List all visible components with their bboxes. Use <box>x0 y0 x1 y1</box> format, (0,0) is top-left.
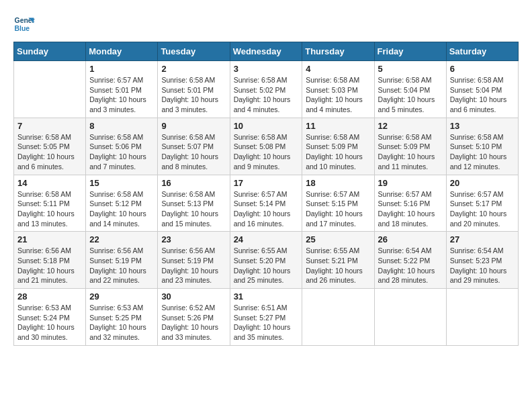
calendar-cell: 9Sunrise: 6:58 AM Sunset: 5:07 PM Daylig… <box>158 118 230 175</box>
day-number: 18 <box>306 178 370 188</box>
day-number: 3 <box>234 64 299 74</box>
calendar-cell: 8Sunrise: 6:58 AM Sunset: 5:06 PM Daylig… <box>86 118 158 175</box>
calendar-cell <box>302 289 374 346</box>
day-number: 28 <box>17 291 82 302</box>
day-info: Sunrise: 6:58 AM Sunset: 5:06 PM Dayligh… <box>89 132 154 172</box>
day-info: Sunrise: 6:58 AM Sunset: 5:05 PM Dayligh… <box>17 132 82 172</box>
calendar-cell: 21Sunrise: 6:56 AM Sunset: 5:18 PM Dayli… <box>14 232 86 289</box>
calendar-cell: 10Sunrise: 6:58 AM Sunset: 5:08 PM Dayli… <box>230 118 302 175</box>
calendar-cell: 13Sunrise: 6:58 AM Sunset: 5:10 PM Dayli… <box>446 118 518 175</box>
day-number: 6 <box>450 64 515 74</box>
day-info: Sunrise: 6:57 AM Sunset: 5:17 PM Dayligh… <box>450 189 515 229</box>
day-number: 19 <box>378 178 443 188</box>
day-info: Sunrise: 6:57 AM Sunset: 5:01 PM Dayligh… <box>89 75 154 115</box>
logo-icon: General Blue <box>13 13 35 35</box>
day-number: 2 <box>161 64 226 74</box>
day-number: 30 <box>161 291 226 302</box>
calendar-cell: 1Sunrise: 6:57 AM Sunset: 5:01 PM Daylig… <box>86 61 158 118</box>
day-number: 9 <box>161 121 226 131</box>
calendar-week-row: 1Sunrise: 6:57 AM Sunset: 5:01 PM Daylig… <box>14 61 519 118</box>
calendar-cell: 18Sunrise: 6:57 AM Sunset: 5:15 PM Dayli… <box>302 175 374 232</box>
calendar-cell: 23Sunrise: 6:56 AM Sunset: 5:19 PM Dayli… <box>158 232 230 289</box>
day-info: Sunrise: 6:58 AM Sunset: 5:04 PM Dayligh… <box>378 75 443 115</box>
calendar-cell <box>446 289 518 346</box>
header: General Blue <box>13 13 519 35</box>
calendar-cell: 26Sunrise: 6:54 AM Sunset: 5:22 PM Dayli… <box>374 232 446 289</box>
day-info: Sunrise: 6:53 AM Sunset: 5:24 PM Dayligh… <box>17 303 82 342</box>
calendar-body: 1Sunrise: 6:57 AM Sunset: 5:01 PM Daylig… <box>14 61 519 346</box>
calendar-cell: 17Sunrise: 6:57 AM Sunset: 5:14 PM Dayli… <box>230 175 302 232</box>
calendar-cell: 16Sunrise: 6:58 AM Sunset: 5:13 PM Dayli… <box>158 175 230 232</box>
day-number: 12 <box>378 121 443 131</box>
day-info: Sunrise: 6:52 AM Sunset: 5:26 PM Dayligh… <box>161 303 226 342</box>
weekday-header-wednesday: Wednesday <box>230 42 302 61</box>
calendar-cell <box>374 289 446 346</box>
calendar-cell: 28Sunrise: 6:53 AM Sunset: 5:24 PM Dayli… <box>14 289 86 346</box>
calendar-week-row: 28Sunrise: 6:53 AM Sunset: 5:24 PM Dayli… <box>14 289 519 346</box>
day-number: 1 <box>89 64 154 74</box>
calendar-cell: 27Sunrise: 6:54 AM Sunset: 5:23 PM Dayli… <box>446 232 518 289</box>
day-number: 7 <box>17 121 82 131</box>
day-info: Sunrise: 6:56 AM Sunset: 5:18 PM Dayligh… <box>17 246 82 285</box>
day-info: Sunrise: 6:53 AM Sunset: 5:25 PM Dayligh… <box>89 303 154 342</box>
calendar-cell: 4Sunrise: 6:58 AM Sunset: 5:03 PM Daylig… <box>302 61 374 118</box>
day-info: Sunrise: 6:58 AM Sunset: 5:04 PM Dayligh… <box>450 75 515 115</box>
calendar-week-row: 14Sunrise: 6:58 AM Sunset: 5:11 PM Dayli… <box>14 175 519 232</box>
day-info: Sunrise: 6:56 AM Sunset: 5:19 PM Dayligh… <box>161 246 226 285</box>
calendar-cell: 11Sunrise: 6:58 AM Sunset: 5:09 PM Dayli… <box>302 118 374 175</box>
day-number: 4 <box>306 64 370 74</box>
svg-text:Blue: Blue <box>15 25 30 32</box>
day-info: Sunrise: 6:58 AM Sunset: 5:12 PM Dayligh… <box>89 189 154 229</box>
day-number: 29 <box>89 291 154 302</box>
day-info: Sunrise: 6:55 AM Sunset: 5:20 PM Dayligh… <box>234 246 299 285</box>
day-info: Sunrise: 6:57 AM Sunset: 5:16 PM Dayligh… <box>378 189 443 229</box>
calendar-cell: 15Sunrise: 6:58 AM Sunset: 5:12 PM Dayli… <box>86 175 158 232</box>
day-number: 26 <box>378 234 443 244</box>
calendar-table: SundayMondayTuesdayWednesdayThursdayFrid… <box>13 42 519 346</box>
day-info: Sunrise: 6:58 AM Sunset: 5:10 PM Dayligh… <box>450 132 515 172</box>
day-number: 31 <box>234 291 299 302</box>
day-number: 17 <box>234 178 299 188</box>
weekday-header-monday: Monday <box>86 42 158 61</box>
day-info: Sunrise: 6:58 AM Sunset: 5:07 PM Dayligh… <box>161 132 226 172</box>
day-info: Sunrise: 6:54 AM Sunset: 5:22 PM Dayligh… <box>378 246 443 285</box>
calendar-cell: 24Sunrise: 6:55 AM Sunset: 5:20 PM Dayli… <box>230 232 302 289</box>
calendar-cell <box>14 61 86 118</box>
day-info: Sunrise: 6:58 AM Sunset: 5:08 PM Dayligh… <box>234 132 299 172</box>
weekday-header-saturday: Saturday <box>446 42 518 61</box>
day-info: Sunrise: 6:57 AM Sunset: 5:14 PM Dayligh… <box>234 189 299 229</box>
calendar-cell: 20Sunrise: 6:57 AM Sunset: 5:17 PM Dayli… <box>446 175 518 232</box>
calendar-cell: 12Sunrise: 6:58 AM Sunset: 5:09 PM Dayli… <box>374 118 446 175</box>
day-number: 23 <box>161 234 226 244</box>
day-number: 13 <box>450 121 515 131</box>
day-info: Sunrise: 6:55 AM Sunset: 5:21 PM Dayligh… <box>306 246 370 285</box>
day-number: 10 <box>234 121 299 131</box>
calendar-cell: 14Sunrise: 6:58 AM Sunset: 5:11 PM Dayli… <box>14 175 86 232</box>
day-number: 20 <box>450 178 515 188</box>
day-info: Sunrise: 6:58 AM Sunset: 5:02 PM Dayligh… <box>234 75 299 115</box>
calendar-cell: 31Sunrise: 6:51 AM Sunset: 5:27 PM Dayli… <box>230 289 302 346</box>
calendar-cell: 25Sunrise: 6:55 AM Sunset: 5:21 PM Dayli… <box>302 232 374 289</box>
day-number: 11 <box>306 121 370 131</box>
day-number: 14 <box>17 178 82 188</box>
day-info: Sunrise: 6:56 AM Sunset: 5:19 PM Dayligh… <box>89 246 154 285</box>
day-number: 8 <box>89 121 154 131</box>
day-info: Sunrise: 6:51 AM Sunset: 5:27 PM Dayligh… <box>234 303 299 342</box>
weekday-header-row: SundayMondayTuesdayWednesdayThursdayFrid… <box>14 42 519 61</box>
calendar-cell: 29Sunrise: 6:53 AM Sunset: 5:25 PM Dayli… <box>86 289 158 346</box>
weekday-header-thursday: Thursday <box>302 42 374 61</box>
day-number: 16 <box>161 178 226 188</box>
day-info: Sunrise: 6:58 AM Sunset: 5:03 PM Dayligh… <box>306 75 370 115</box>
day-number: 5 <box>378 64 443 74</box>
day-info: Sunrise: 6:58 AM Sunset: 5:11 PM Dayligh… <box>17 189 82 229</box>
calendar-week-row: 21Sunrise: 6:56 AM Sunset: 5:18 PM Dayli… <box>14 232 519 289</box>
day-number: 15 <box>89 178 154 188</box>
day-info: Sunrise: 6:58 AM Sunset: 5:09 PM Dayligh… <box>378 132 443 172</box>
day-number: 24 <box>234 234 299 244</box>
day-number: 25 <box>306 234 370 244</box>
weekday-header-sunday: Sunday <box>14 42 86 61</box>
day-info: Sunrise: 6:54 AM Sunset: 5:23 PM Dayligh… <box>450 246 515 285</box>
day-info: Sunrise: 6:58 AM Sunset: 5:13 PM Dayligh… <box>161 189 226 229</box>
day-info: Sunrise: 6:58 AM Sunset: 5:01 PM Dayligh… <box>161 75 226 115</box>
day-number: 22 <box>89 234 154 244</box>
